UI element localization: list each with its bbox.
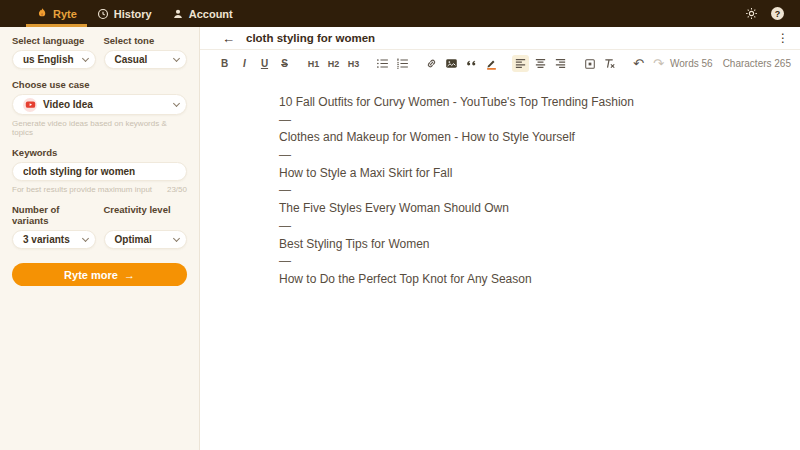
tab-history[interactable]: History	[87, 0, 162, 27]
heading3-button[interactable]: H3	[345, 55, 362, 72]
editor-line-headline[interactable]: Clothes and Makeup for Women - How to St…	[279, 129, 777, 147]
editor-line-headline[interactable]: The Five Styles Every Woman Should Own	[279, 200, 777, 218]
keywords-input[interactable]	[23, 166, 179, 177]
formatting-toolbar: B I U S H1 H2 H3	[200, 50, 800, 77]
chevron-down-icon	[173, 55, 180, 62]
editor-line-separator[interactable]: —	[279, 182, 777, 200]
editor-content[interactable]: 10 Fall Outfits for Curvy Women - YouTub…	[200, 77, 800, 289]
editor-pane: ← cloth styling for women ⋮ B I U S H1 H…	[200, 27, 800, 450]
creativity-label: Creativity level	[104, 204, 188, 226]
variants-select[interactable]: 3 variants	[12, 230, 96, 249]
creativity-select[interactable]: Optimal	[104, 230, 188, 249]
bullet-list-icon[interactable]	[374, 55, 391, 72]
chevron-down-icon	[81, 235, 88, 242]
brand-tab[interactable]: Ryte	[26, 0, 87, 27]
characters-value: 265	[774, 58, 791, 69]
tab-account-label: Account	[189, 8, 233, 20]
redo-icon[interactable]: ↷	[650, 55, 667, 72]
arrow-right-icon: →	[124, 269, 135, 281]
editor-line-headline[interactable]: How to Do the Perfect Top Knot for Any S…	[279, 271, 777, 289]
chevron-down-icon	[81, 55, 88, 62]
words-value: 56	[702, 58, 713, 69]
clear-format-icon[interactable]	[601, 55, 618, 72]
topbar-actions: ?	[745, 0, 800, 27]
use-case-select[interactable]: Video Idea	[12, 94, 187, 115]
use-case-helper: Generate video ideas based on keywords &…	[12, 119, 187, 137]
language-select[interactable]: us English	[12, 50, 96, 69]
person-icon	[172, 8, 184, 20]
highlight-pen-icon[interactable]	[483, 55, 500, 72]
editor-line-headline[interactable]: How to Style a Maxi Skirt for Fall	[279, 165, 777, 183]
keywords-input-wrap	[12, 162, 187, 181]
flame-logo-icon	[36, 7, 48, 20]
tone-select[interactable]: Casual	[104, 50, 188, 69]
tab-account[interactable]: Account	[162, 0, 243, 27]
editor-line-separator[interactable]: —	[279, 112, 777, 130]
keywords-label: Keywords	[12, 147, 187, 158]
italic-button[interactable]: I	[236, 55, 253, 72]
help-icon[interactable]: ?	[771, 7, 784, 20]
embed-frame-icon[interactable]	[581, 55, 598, 72]
align-center-icon[interactable]	[532, 55, 549, 72]
link-icon[interactable]	[423, 55, 440, 72]
editor-line-separator[interactable]: —	[279, 147, 777, 165]
tab-history-label: History	[114, 8, 152, 20]
document-title: cloth styling for women	[246, 32, 375, 44]
tone-label: Select tone	[104, 35, 188, 46]
strikethrough-button[interactable]: S	[276, 55, 293, 72]
characters-label: Characters	[723, 58, 772, 69]
underline-button[interactable]: U	[256, 55, 273, 72]
editor-line-headline[interactable]: 10 Fall Outfits for Curvy Women - YouTub…	[279, 94, 777, 112]
heading1-button[interactable]: H1	[305, 55, 322, 72]
chevron-down-icon	[173, 100, 180, 107]
editor-line-separator[interactable]: —	[279, 218, 777, 236]
ryte-more-button[interactable]: Ryte more →	[12, 263, 187, 286]
align-left-icon[interactable]	[512, 55, 529, 72]
words-label: Words	[670, 58, 699, 69]
bold-button[interactable]: B	[216, 55, 233, 72]
align-right-icon[interactable]	[552, 55, 569, 72]
editor-line-separator[interactable]: —	[279, 253, 777, 271]
keywords-counter: 23/50	[167, 185, 187, 194]
keywords-helper: For best results provide maximum input	[12, 185, 152, 194]
youtube-icon	[23, 98, 37, 112]
editor-line-headline[interactable]: Best Styling Tips for Women	[279, 236, 777, 254]
ordered-list-icon[interactable]	[394, 55, 411, 72]
blockquote-icon[interactable]	[463, 55, 480, 72]
generator-sidebar: Select language Select tone us English C…	[0, 27, 200, 450]
kebab-menu-icon[interactable]: ⋮	[777, 31, 789, 45]
use-case-label: Choose use case	[12, 79, 187, 90]
top-bar: Ryte History Account ?	[0, 0, 800, 27]
clock-icon	[97, 8, 109, 20]
back-button[interactable]: ←	[222, 31, 235, 46]
variants-label: Number of variants	[12, 204, 96, 226]
theme-toggle-sun-icon[interactable]	[745, 7, 758, 20]
brand-label: Ryte	[53, 8, 77, 20]
language-label: Select language	[12, 35, 96, 46]
undo-icon[interactable]: ↶	[630, 55, 647, 72]
heading2-button[interactable]: H2	[325, 55, 342, 72]
chevron-down-icon	[173, 235, 180, 242]
image-icon[interactable]	[443, 55, 460, 72]
document-stats: Words 56 Characters 265	[670, 58, 791, 69]
